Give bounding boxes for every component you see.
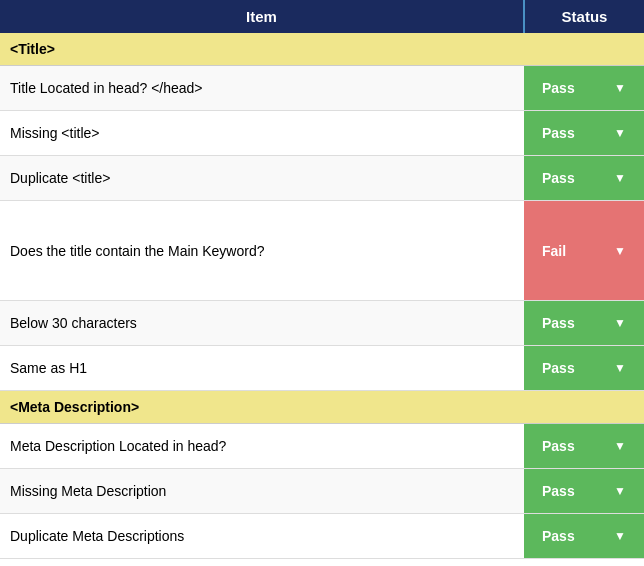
table-row-title-main-keyword: Does the title contain the Main Keyword?… <box>0 201 644 301</box>
section-header-meta-description-section: <Meta Description> <box>0 391 644 424</box>
table-row-missing-meta: Missing Meta DescriptionPass▼ <box>0 469 644 514</box>
item-cell-duplicate-meta: Duplicate Meta Descriptions <box>0 514 524 559</box>
status-column-header: Status <box>524 0 644 33</box>
dropdown-arrow-icon: ▼ <box>614 361 626 375</box>
status-cell-title-in-head[interactable]: Pass▼ <box>524 66 644 111</box>
item-cell-missing-title: Missing <title> <box>0 111 524 156</box>
status-cell-missing-meta[interactable]: Pass▼ <box>524 469 644 514</box>
dropdown-arrow-icon: ▼ <box>614 439 626 453</box>
item-cell-duplicate-title: Duplicate <title> <box>0 156 524 201</box>
status-cell-meta-in-head[interactable]: Pass▼ <box>524 424 644 469</box>
status-cell-missing-title[interactable]: Pass▼ <box>524 111 644 156</box>
status-cell-title-main-keyword[interactable]: Fail▼ <box>524 201 644 301</box>
status-label: Pass <box>542 125 575 141</box>
dropdown-arrow-icon: ▼ <box>614 171 626 185</box>
status-label: Pass <box>542 360 575 376</box>
table-row-duplicate-title: Duplicate <title>Pass▼ <box>0 156 644 201</box>
status-label: Pass <box>542 438 575 454</box>
status-label: Pass <box>542 170 575 186</box>
dropdown-arrow-icon: ▼ <box>614 244 626 258</box>
item-cell-missing-meta: Missing Meta Description <box>0 469 524 514</box>
section-label: <Meta Description> <box>0 391 644 424</box>
dropdown-arrow-icon: ▼ <box>614 81 626 95</box>
status-label: Pass <box>542 528 575 544</box>
status-label: Pass <box>542 80 575 96</box>
item-column-header: Item <box>0 0 524 33</box>
status-cell-same-as-h1[interactable]: Pass▼ <box>524 346 644 391</box>
table-row-missing-title: Missing <title>Pass▼ <box>0 111 644 156</box>
table-row-meta-in-head: Meta Description Located in head?Pass▼ <box>0 424 644 469</box>
item-cell-title-main-keyword: Does the title contain the Main Keyword? <box>0 201 524 301</box>
status-cell-duplicate-title[interactable]: Pass▼ <box>524 156 644 201</box>
table-row-title-in-head: Title Located in head? </head>Pass▼ <box>0 66 644 111</box>
table-row-below-30-chars: Below 30 charactersPass▼ <box>0 301 644 346</box>
status-cell-duplicate-meta[interactable]: Pass▼ <box>524 514 644 559</box>
status-cell-below-30-chars[interactable]: Pass▼ <box>524 301 644 346</box>
section-label: <Title> <box>0 33 644 66</box>
item-cell-meta-in-head: Meta Description Located in head? <box>0 424 524 469</box>
item-cell-title-in-head: Title Located in head? </head> <box>0 66 524 111</box>
dropdown-arrow-icon: ▼ <box>614 126 626 140</box>
item-cell-below-30-chars: Below 30 characters <box>0 301 524 346</box>
table-row-duplicate-meta: Duplicate Meta DescriptionsPass▼ <box>0 514 644 559</box>
status-label: Fail <box>542 243 566 259</box>
dropdown-arrow-icon: ▼ <box>614 529 626 543</box>
status-label: Pass <box>542 483 575 499</box>
table-row-same-as-h1: Same as H1Pass▼ <box>0 346 644 391</box>
section-header-title-section: <Title> <box>0 33 644 66</box>
dropdown-arrow-icon: ▼ <box>614 316 626 330</box>
dropdown-arrow-icon: ▼ <box>614 484 626 498</box>
item-cell-same-as-h1: Same as H1 <box>0 346 524 391</box>
status-label: Pass <box>542 315 575 331</box>
